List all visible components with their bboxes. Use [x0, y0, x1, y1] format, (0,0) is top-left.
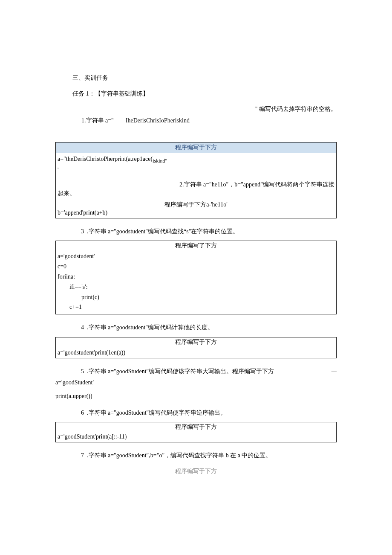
q7-footer-header: 程序编写于下方: [55, 468, 337, 475]
q4-box-header: 程序编写于下方: [56, 337, 336, 347]
q7-text: .字符串 a="goodStudent",b="o"，编写代码查找字符串 b 在…: [87, 452, 271, 459]
q4-text: .字符串 a="goodstudent"编写代码计算他的长度。: [87, 324, 213, 331]
q4-codebox: 程序编写于下方 a='goodstudent'print(1en(a)): [55, 337, 337, 358]
q5-code1: a='goodStudent': [55, 377, 337, 388]
q4-code: a='goodstudent'print(1en(a)): [56, 349, 336, 358]
q1-code-line: a="theDerisChristoPherprint(a.rep1ace(: [58, 156, 153, 162]
q5-block: 5 .字符串 a="goodStudent"编写代码使该字符串大写输出。程序编写…: [81, 366, 337, 378]
q1-suffix: " 编写代码去掉字符串的空格。: [255, 104, 337, 138]
q2-text-right: 2.字符串 a="he11o"，b="append"编写代码将两个字符串连接: [179, 180, 334, 190]
q4-num: 4: [81, 324, 84, 331]
q6-num: 6: [81, 410, 84, 416]
q4-prompt: 4 .字符串 a="goodstudent"编写代码计算他的长度。: [81, 322, 337, 334]
q1-trailing-quote: ': [58, 167, 59, 173]
section-heading: 三、实训任务: [72, 73, 337, 84]
q2-inner-header: 程序编写于下方 a-'he11o': [56, 198, 336, 209]
q6-box-header: 程序编写于下方: [56, 422, 336, 432]
q6-prompt: 6 .字符串 a="goodStudent"编写代码使字符串逆序输出。: [81, 407, 337, 419]
q2-code-footer: b='append'print(a+b): [56, 209, 336, 218]
q2-inner-header-after: a-'he11o': [206, 201, 228, 208]
q7-prompt: 7 .字符串 a="goodStudent",b="o"，编写代码查找字符串 b…: [81, 450, 337, 462]
q1-q2-codebox: 程序编写于下方 a="theDerisChristoPherprint(a.re…: [55, 142, 337, 218]
q3-codebox: 程序编写了下方 a='goodstudent' c=0 foriina: ifi…: [55, 241, 337, 314]
q1-box-header: 程序编写于下方: [56, 142, 336, 153]
q1-inline-code: IheDerisChrisIoPheriskind: [126, 117, 190, 124]
q3-code: a='goodstudent' c=0 foriina: ifi=='s': p…: [56, 250, 336, 314]
q2-prompt-row1: 2.字符串 a="he11o"，b="append"编写代码将两个字符串连接: [56, 177, 336, 190]
q3-prompt: 3 .字符串 a="goodstudent"编写代码查找“s"在字符串的位置。: [81, 226, 337, 238]
q6-text: .字符串 a="goodStudent"编写代码使字符串逆序输出。: [87, 410, 226, 416]
q7-num: 7: [81, 452, 84, 459]
q5-dash: 一: [331, 366, 337, 378]
task-title: 任务 1：【字符串基础训练】: [72, 88, 337, 100]
q6-codebox: 程序编写于下方 a='goodStudent'print(a[::-11): [55, 422, 337, 442]
q2-text-cont: 起来。: [58, 190, 75, 197]
q1-prompt: 1.字符串 a=" IheDerisChrisIoPheriskind " 编写…: [72, 104, 337, 138]
q2-prompt-row2: 起来。: [56, 190, 336, 198]
q3-text: .字符串 a="goodstudent"编写代码查找“s"在字符串的位置。: [87, 228, 239, 235]
q1-code-sub: iskind": [153, 157, 167, 165]
q3-box-header: 程序编写了下方: [56, 241, 336, 250]
page-container: 三、实训任务 任务 1：【字符串基础训练】 1.字符串 a=" IheDeris…: [0, 0, 392, 501]
q2-inner-header-text: 程序编写于下方: [164, 201, 206, 208]
q1-prefix: 1.字符串 a=": [81, 117, 114, 124]
q1-code-body: a="theDerisChristoPherprint(a.rep1ace( i…: [56, 153, 336, 177]
q6-code: a='goodStudent'print(a[::-11): [56, 433, 336, 442]
q5-code2: print(a.upper()): [55, 391, 337, 401]
q3-num: 3: [81, 228, 84, 235]
q5-num: 5: [81, 368, 84, 375]
q5-text: .字符串 a="goodStudent"编写代码使该字符串大写输出。程序编写于下…: [87, 368, 274, 375]
